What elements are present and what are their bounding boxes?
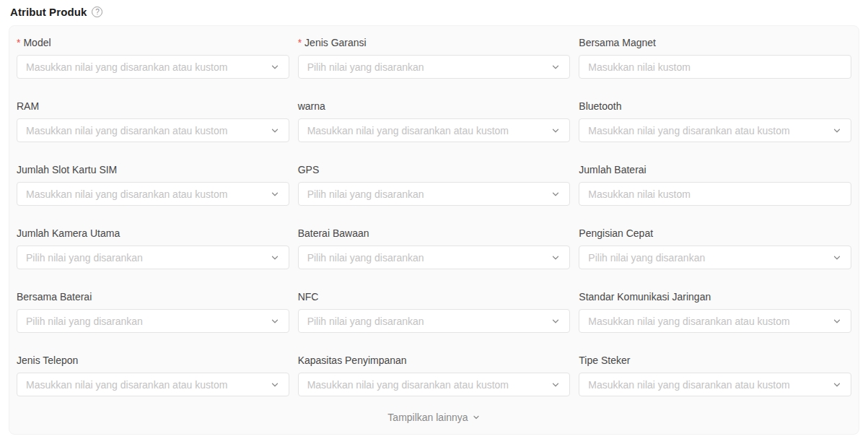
chevron-down-icon: [832, 126, 842, 136]
baterai-bawaan-input[interactable]: [307, 252, 545, 264]
field-label: * Jumlah Kamera Utama: [17, 227, 289, 240]
field-label-text: Standar Komunikasi Jaringan: [579, 290, 711, 304]
show-more-button[interactable]: Tampilkan lainnya: [17, 412, 851, 423]
bluetooth-combobox[interactable]: [579, 118, 851, 142]
bluetooth-input[interactable]: [588, 125, 826, 136]
field-label-text: Model: [23, 36, 51, 50]
page-title: Atribut Produk: [10, 6, 87, 18]
product-attributes-panel: * Model * Jenis Garansi * Bersama Magnet: [9, 25, 859, 435]
tipe-steker-combobox[interactable]: [579, 373, 851, 396]
warna-input[interactable]: [307, 125, 545, 136]
field-label: * Jenis Garansi: [298, 36, 571, 50]
field-label-text: Jumlah Kamera Utama: [17, 227, 120, 240]
field-jumlah-slot-kartu-sim: * Jumlah Slot Kartu SIM: [17, 163, 289, 206]
chevron-down-icon: [270, 62, 280, 72]
tipe-steker-input[interactable]: [588, 379, 826, 391]
field-standar-komunikasi-jaringan: * Standar Komunikasi Jaringan: [579, 290, 851, 333]
field-warna: * warna: [298, 100, 571, 142]
field-label: * GPS: [298, 163, 571, 177]
field-label: * Pengisian Cepat: [579, 227, 851, 240]
field-label: * Jumlah Baterai: [579, 163, 851, 177]
standar-komunikasi-jaringan-combobox[interactable]: [579, 309, 851, 333]
field-baterai-bawaan: * Baterai Bawaan: [298, 227, 571, 269]
field-label: * Jumlah Slot Kartu SIM: [17, 163, 289, 177]
field-label: * Kapasitas Penyimpanan: [298, 354, 571, 368]
kapasitas-penyimpanan-input[interactable]: [307, 379, 545, 391]
field-label-text: Pengisian Cepat: [579, 227, 653, 240]
gps-input[interactable]: [307, 188, 545, 200]
field-pengisian-cepat: * Pengisian Cepat: [579, 227, 851, 269]
field-label: * warna: [298, 100, 571, 113]
field-label-text: Bersama Baterai: [17, 290, 92, 304]
field-gps: * GPS: [298, 163, 571, 206]
field-label-text: Tipe Steker: [579, 354, 630, 368]
chevron-down-icon: [472, 413, 481, 422]
field-label: * Bersama Magnet: [579, 36, 851, 50]
model-input[interactable]: [26, 61, 264, 73]
baterai-bawaan-select[interactable]: [298, 245, 571, 269]
field-jumlah-kamera-utama: * Jumlah Kamera Utama: [17, 227, 289, 269]
field-jenis-garansi: * Jenis Garansi: [298, 36, 571, 79]
bersama-magnet-input[interactable]: [588, 61, 842, 73]
bersama-baterai-input[interactable]: [26, 316, 264, 327]
field-jenis-telepon: * Jenis Telepon: [17, 354, 289, 396]
field-model: * Model: [17, 36, 289, 79]
chevron-down-icon: [551, 380, 561, 390]
pengisian-cepat-select[interactable]: [579, 245, 851, 269]
nfc-select[interactable]: [298, 309, 571, 333]
field-label: * Baterai Bawaan: [298, 227, 571, 240]
field-label-text: Jenis Garansi: [304, 36, 367, 50]
field-label-text: Baterai Bawaan: [298, 227, 369, 240]
bersama-baterai-select[interactable]: [17, 309, 289, 333]
chevron-down-icon: [270, 380, 280, 390]
show-more-label: Tampilkan lainnya: [387, 412, 468, 423]
field-label: * Bluetooth: [579, 100, 851, 113]
field-ram: * RAM: [17, 100, 289, 142]
field-label-text: Jumlah Slot Kartu SIM: [17, 163, 117, 177]
chevron-down-icon: [551, 253, 561, 263]
kapasitas-penyimpanan-combobox[interactable]: [298, 373, 571, 396]
bersama-magnet-field[interactable]: [579, 55, 851, 79]
field-label-text: Jumlah Baterai: [579, 163, 646, 177]
gps-select[interactable]: [298, 182, 571, 206]
jenis-telepon-input[interactable]: [26, 379, 264, 391]
chevron-down-icon: [832, 380, 842, 390]
field-label-text: Kapasitas Penyimpanan: [298, 354, 407, 368]
standar-komunikasi-jaringan-input[interactable]: [588, 316, 826, 327]
field-label-text: Bluetooth: [579, 100, 621, 113]
chevron-down-icon: [832, 316, 842, 326]
field-label-text: Bersama Magnet: [579, 36, 656, 50]
help-icon[interactable]: ?: [92, 6, 102, 17]
jumlah-slot-kartu-sim-input[interactable]: [26, 188, 264, 200]
attributes-grid: * Model * Jenis Garansi * Bersama Magnet: [17, 36, 851, 396]
model-combobox[interactable]: [17, 55, 289, 79]
jumlah-kamera-utama-input[interactable]: [26, 252, 264, 264]
ram-combobox[interactable]: [17, 118, 289, 142]
jenis-telepon-combobox[interactable]: [17, 373, 289, 396]
chevron-down-icon: [551, 189, 561, 199]
chevron-down-icon: [551, 62, 561, 72]
jenis-garansi-select[interactable]: [298, 55, 571, 79]
section-header: Atribut Produk ?: [0, 0, 868, 18]
chevron-down-icon: [551, 316, 561, 326]
jumlah-baterai-input[interactable]: [588, 188, 842, 200]
field-bersama-magnet: * Bersama Magnet: [579, 36, 851, 79]
field-label: * RAM: [17, 100, 289, 113]
jumlah-slot-kartu-sim-combobox[interactable]: [17, 182, 289, 206]
field-label: * Standar Komunikasi Jaringan: [579, 290, 851, 304]
jumlah-kamera-utama-select[interactable]: [17, 245, 289, 269]
pengisian-cepat-input[interactable]: [588, 252, 826, 264]
field-label-text: NFC: [298, 290, 319, 304]
chevron-down-icon: [270, 126, 280, 136]
chevron-down-icon: [270, 316, 280, 326]
chevron-down-icon: [832, 253, 842, 263]
field-nfc: * NFC: [298, 290, 571, 333]
field-label-text: warna: [298, 100, 325, 113]
nfc-input[interactable]: [307, 316, 545, 327]
field-label-text: RAM: [17, 100, 39, 113]
ram-input[interactable]: [26, 125, 264, 136]
jenis-garansi-input[interactable]: [307, 61, 545, 73]
warna-combobox[interactable]: [298, 118, 571, 142]
field-bluetooth: * Bluetooth: [579, 100, 851, 142]
jumlah-baterai-field[interactable]: [579, 182, 851, 206]
